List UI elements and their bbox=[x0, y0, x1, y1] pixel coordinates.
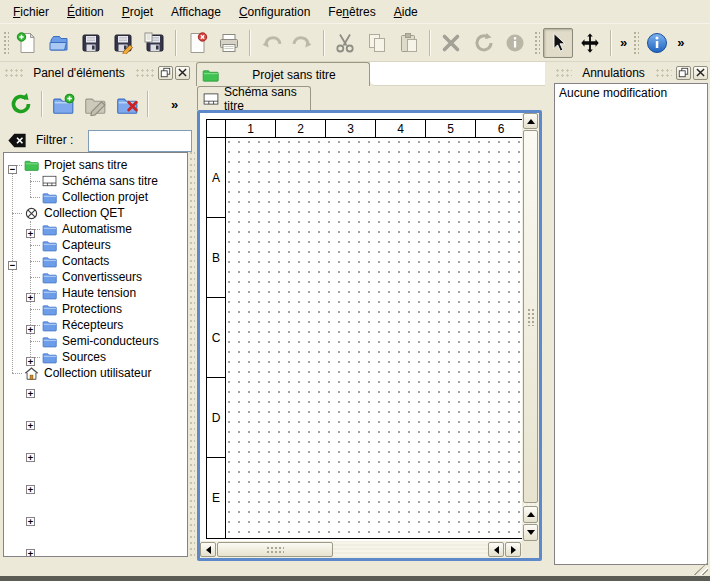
close-panel-button[interactable] bbox=[175, 66, 190, 80]
scroll-left-button-2[interactable] bbox=[488, 542, 504, 557]
new-file-icon bbox=[16, 32, 38, 54]
toolbar-overflow-chevron[interactable]: » bbox=[673, 35, 687, 50]
tree-item-r-cepteurs[interactable]: +Récepteurs bbox=[4, 317, 187, 333]
diagram-view[interactable]: 123456ABCDE bbox=[197, 110, 542, 561]
about-qet-button[interactable] bbox=[642, 28, 672, 58]
horizontal-scroll-thumb[interactable] bbox=[217, 542, 333, 557]
delete-icon bbox=[440, 32, 462, 54]
expand-toggle[interactable]: + bbox=[26, 421, 35, 430]
menu-fichier[interactable]: Fichier bbox=[4, 2, 58, 22]
scroll-up-button[interactable] bbox=[523, 113, 538, 129]
tree-item-collection-projet[interactable]: +Collection projet bbox=[4, 189, 187, 205]
menu-projet[interactable]: Projet bbox=[113, 2, 162, 22]
menu-dition[interactable]: Édition bbox=[58, 2, 113, 22]
tree-item-sources[interactable]: +Sources bbox=[4, 349, 187, 365]
toolbar-overflow-chevron[interactable]: » bbox=[616, 35, 630, 50]
cut-button[interactable] bbox=[330, 28, 360, 58]
print-icon bbox=[218, 32, 240, 54]
undo-icon bbox=[260, 32, 282, 54]
project-folder-icon bbox=[201, 67, 219, 82]
delete-button[interactable] bbox=[436, 28, 466, 58]
undo-history-item[interactable]: Aucune modification bbox=[555, 84, 707, 102]
tree-item-projet-sans-titre[interactable]: −Projet sans titre bbox=[4, 157, 187, 173]
tree-item-convertisseurs[interactable]: +Convertisseurs bbox=[4, 269, 187, 285]
tree-item-sch-ma-sans-titre[interactable]: Schéma sans titre bbox=[4, 173, 187, 189]
clear-filter-icon[interactable] bbox=[6, 130, 28, 150]
delete-category-button[interactable] bbox=[112, 89, 142, 119]
row-header-D: D bbox=[207, 378, 226, 458]
panel-toolbar-overflow-chevron[interactable]: » bbox=[167, 97, 181, 112]
paste-icon bbox=[398, 32, 420, 54]
float-panel-button[interactable] bbox=[676, 66, 691, 80]
horizontal-scrollbar[interactable] bbox=[200, 541, 522, 558]
tree-item-label: Collection projet bbox=[62, 190, 148, 204]
vertical-scroll-thumb[interactable] bbox=[523, 130, 538, 503]
float-panel-button[interactable] bbox=[158, 66, 173, 80]
menu-aide[interactable]: Aide bbox=[385, 2, 427, 22]
save-all-button[interactable] bbox=[140, 28, 170, 58]
new-category-button[interactable] bbox=[48, 89, 78, 119]
tree-item-protections[interactable]: +Protections bbox=[4, 301, 187, 317]
left-arrow-icon bbox=[206, 546, 211, 554]
scroll-down-button[interactable] bbox=[523, 524, 538, 541]
menu-fentres[interactable]: Fenêtres bbox=[319, 2, 384, 22]
info-icon bbox=[504, 32, 526, 54]
menu-bar: FichierÉditionProjetAffichageConfigurati… bbox=[0, 0, 710, 24]
new-file-button[interactable] bbox=[12, 28, 42, 58]
folder-blue-icon bbox=[42, 302, 57, 317]
scroll-right-button[interactable] bbox=[505, 542, 521, 557]
elements-panel-title: Panel d'éléments bbox=[25, 66, 133, 80]
scroll-left-button[interactable] bbox=[200, 542, 216, 557]
expand-toggle[interactable]: + bbox=[26, 389, 35, 398]
print-button[interactable] bbox=[214, 28, 244, 58]
filter-input[interactable] bbox=[88, 130, 192, 152]
project-tab[interactable]: Projet sans titre bbox=[196, 62, 370, 86]
info-button[interactable] bbox=[500, 28, 530, 58]
up-arrow-icon bbox=[527, 512, 535, 517]
row-header-C: C bbox=[207, 298, 226, 378]
close-file-button[interactable] bbox=[182, 28, 212, 58]
tree-item-haute-tension[interactable]: +Haute tension bbox=[4, 285, 187, 301]
toolbar-drag-handle[interactable] bbox=[533, 30, 540, 56]
titlebar-texture bbox=[555, 68, 572, 77]
close-panel-button[interactable] bbox=[693, 66, 708, 80]
schema-tab[interactable]: Schéma sans titre bbox=[197, 86, 311, 110]
save-as-button[interactable] bbox=[108, 28, 138, 58]
tree-item-contacts[interactable]: +Contacts bbox=[4, 253, 187, 269]
rotate-button[interactable] bbox=[468, 28, 498, 58]
scroll-up-button-2[interactable] bbox=[523, 506, 538, 523]
redo-icon bbox=[292, 32, 314, 54]
toolbar-drag-handle[interactable] bbox=[632, 30, 639, 56]
undo-button[interactable] bbox=[256, 28, 286, 58]
expand-toggle[interactable]: + bbox=[26, 517, 35, 526]
open-file-button[interactable] bbox=[44, 28, 74, 58]
save-button[interactable] bbox=[76, 28, 106, 58]
diagram-canvas[interactable]: 123456ABCDE bbox=[200, 113, 522, 541]
tree-item-semi-conducteurs[interactable]: +Semi-conducteurs bbox=[4, 333, 187, 349]
menu-configuration[interactable]: Configuration bbox=[230, 2, 319, 22]
thumb-grip bbox=[527, 308, 535, 326]
paste-button[interactable] bbox=[394, 28, 424, 58]
home-icon bbox=[24, 366, 39, 381]
tree-item-collection-utilisateur[interactable]: Collection utilisateur bbox=[4, 365, 187, 381]
toolbar-drag-handle[interactable] bbox=[2, 30, 9, 56]
vertical-scrollbar[interactable] bbox=[522, 113, 539, 541]
copy-button[interactable] bbox=[362, 28, 392, 58]
tree-item-capteurs[interactable]: +Capteurs bbox=[4, 237, 187, 253]
undo-history-list[interactable]: Aucune modification bbox=[554, 83, 708, 565]
edit-category-button[interactable] bbox=[80, 89, 110, 119]
reload-collections-button[interactable] bbox=[6, 89, 36, 119]
tree-item-collection-qet[interactable]: −Collection QET bbox=[4, 205, 187, 221]
menu-affichage[interactable]: Affichage bbox=[162, 2, 230, 22]
redo-button[interactable] bbox=[288, 28, 318, 58]
panel-splitter[interactable] bbox=[189, 150, 195, 558]
pan-mode-button[interactable] bbox=[575, 28, 605, 58]
tree-item-automatisme[interactable]: +Automatisme bbox=[4, 221, 187, 237]
left-arrow-icon bbox=[494, 546, 499, 554]
row-header-E: E bbox=[207, 458, 226, 538]
scrollbar-corner bbox=[522, 541, 539, 558]
expand-toggle[interactable]: + bbox=[26, 549, 35, 557]
expand-toggle[interactable]: + bbox=[26, 485, 35, 494]
expand-toggle[interactable]: + bbox=[26, 453, 35, 462]
select-mode-button[interactable] bbox=[543, 28, 573, 58]
